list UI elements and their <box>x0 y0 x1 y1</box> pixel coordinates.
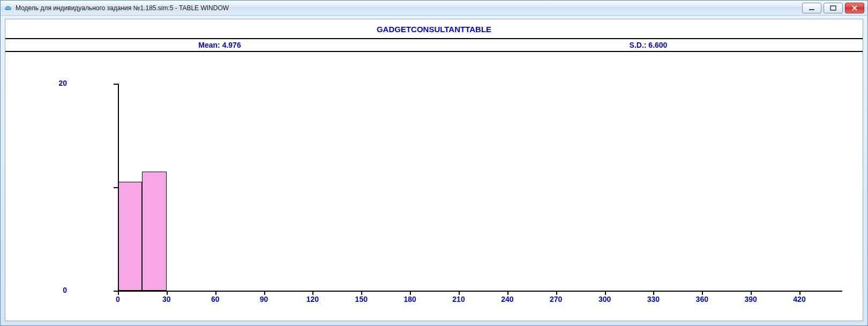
bar-0 <box>118 182 142 291</box>
y-tick <box>114 84 118 85</box>
stats-row: Mean: 4.976 S.D.: 6.600 <box>5 38 863 52</box>
svg-rect-1 <box>830 6 836 10</box>
x-tick-label: 330 <box>647 295 660 303</box>
x-tick-label: 30 <box>162 295 171 303</box>
x-tick-label: 390 <box>744 295 757 303</box>
x-tick-label: 0 <box>116 295 120 303</box>
x-tick <box>118 291 119 295</box>
x-axis <box>118 291 842 292</box>
x-tick <box>507 291 508 295</box>
sd-label: S.D.: 6.600 <box>434 41 863 49</box>
x-tick <box>312 291 313 295</box>
x-tick <box>215 291 216 295</box>
x-tick-label: 360 <box>696 295 708 303</box>
x-tick-label: 210 <box>452 295 465 303</box>
x-tick-label: 150 <box>355 295 368 303</box>
x-tick-label: 120 <box>306 295 319 303</box>
maximize-button[interactable] <box>824 3 843 13</box>
window-buttons <box>802 3 864 13</box>
x-tick <box>751 291 752 295</box>
x-tick <box>799 291 800 295</box>
y-tick-label: 0 <box>5 286 67 294</box>
x-tick-label: 180 <box>403 295 416 303</box>
x-tick <box>653 291 654 295</box>
titlebar[interactable]: Модель для индивидуального задания №1.18… <box>1 1 867 16</box>
bar-1 <box>142 172 166 291</box>
close-button[interactable] <box>845 3 864 13</box>
app-icon <box>4 4 12 12</box>
x-tick-label: 420 <box>793 295 805 303</box>
svg-rect-0 <box>809 9 814 10</box>
x-tick <box>605 291 606 295</box>
x-tick <box>556 291 557 295</box>
minimize-button[interactable] <box>802 3 821 13</box>
x-tick-label: 270 <box>550 295 562 303</box>
x-tick <box>459 291 460 295</box>
y-tick <box>114 187 118 188</box>
bar-chart: 0200306090120150180210240270300330360390… <box>5 68 863 316</box>
x-tick-label: 90 <box>260 295 268 303</box>
plot-area: 0200306090120150180210240270300330360390… <box>5 68 863 316</box>
y-tick <box>114 291 118 292</box>
y-tick-label: 20 <box>5 79 67 87</box>
y-axis <box>118 84 119 292</box>
mean-label: Mean: 4.976 <box>5 41 434 49</box>
x-tick <box>167 291 168 295</box>
x-tick <box>410 291 411 295</box>
x-tick <box>361 291 362 295</box>
x-tick-label: 300 <box>598 295 611 303</box>
app-window: Модель для индивидуального задания №1.18… <box>0 0 868 326</box>
client-area: GADGETCONSULTANTTABLE Mean: 4.976 S.D.: … <box>5 19 863 321</box>
x-tick-label: 240 <box>501 295 513 303</box>
x-tick <box>702 291 703 295</box>
x-tick <box>264 291 265 295</box>
chart-title: GADGETCONSULTANTTABLE <box>5 19 863 38</box>
window-title: Модель для индивидуального задания №1.18… <box>16 4 229 12</box>
x-tick-label: 60 <box>211 295 220 303</box>
